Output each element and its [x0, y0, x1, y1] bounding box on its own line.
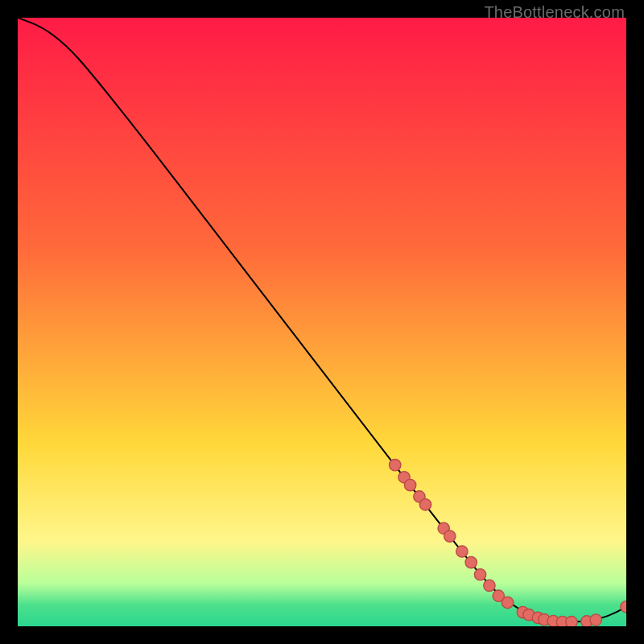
gradient-background	[18, 18, 626, 626]
highlight-dot	[404, 479, 415, 490]
bottleneck-chart	[18, 18, 626, 626]
highlight-dot	[502, 597, 513, 608]
chart-stage: TheBottleneck.com	[0, 0, 644, 644]
highlight-dot	[390, 459, 401, 470]
highlight-dot	[566, 617, 577, 626]
highlight-dot	[484, 580, 495, 591]
highlight-dot	[474, 569, 485, 580]
highlight-dot	[590, 614, 601, 625]
watermark-text: TheBottleneck.com	[484, 3, 625, 22]
highlight-dot	[456, 546, 468, 557]
highlight-dot	[465, 556, 477, 568]
highlight-dot	[419, 499, 431, 510]
highlight-dot	[444, 530, 456, 542]
